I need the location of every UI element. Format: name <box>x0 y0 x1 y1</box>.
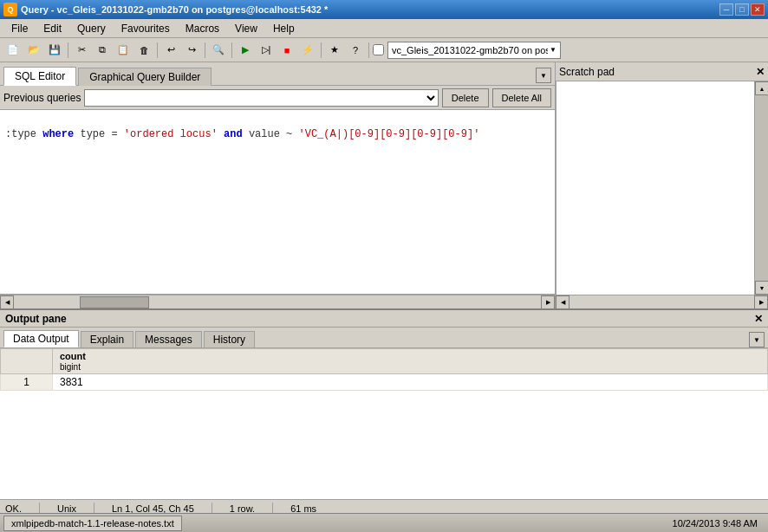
tab-sql-editor[interactable]: SQL Editor <box>3 67 76 86</box>
scratch-pad-content[interactable] <box>556 81 754 295</box>
minimize-button[interactable]: ─ <box>719 3 733 16</box>
taskbar-clock: 10/24/2013 9:48 AM <box>666 518 765 529</box>
tab-data-output[interactable]: Data Output <box>3 330 79 347</box>
app-icon: Q <box>3 3 17 16</box>
scroll-thumb[interactable] <box>80 296 149 308</box>
paste-button[interactable]: 📋 <box>114 41 133 60</box>
menu-view[interactable]: View <box>227 20 265 37</box>
menu-file[interactable]: File <box>3 20 36 37</box>
row-num-header <box>1 349 53 374</box>
menu-bar: File Edit Query Favourites Macros View H… <box>0 19 768 38</box>
status-encoding: Unix <box>57 503 76 514</box>
scroll-left-arrow[interactable]: ◀ <box>0 295 14 309</box>
menu-favourites[interactable]: Favourites <box>114 20 178 37</box>
delete-button[interactable]: Delete <box>442 88 489 107</box>
title-bar: Q Query - vc_Gleis_20131022-gmb2b70 on p… <box>0 0 768 19</box>
tab-history[interactable]: History <box>204 331 255 347</box>
right-panel: Scratch pad ✕ ▲ ▼ ◀ ▶ <box>556 62 768 308</box>
copy-button[interactable]: ⧉ <box>93 41 112 60</box>
menu-help[interactable]: Help <box>265 20 303 37</box>
clear-button[interactable]: 🗑 <box>134 41 153 60</box>
undo-button[interactable]: ↩ <box>161 41 180 60</box>
data-table-area[interactable]: count bigint 1 3831 <box>0 348 768 499</box>
cell-count-1: 3831 <box>53 374 768 391</box>
tab-graphical-query-builder[interactable]: Graphical Query Builder <box>78 68 212 86</box>
maximize-button[interactable]: □ <box>735 3 749 16</box>
col-count-type: bigint <box>60 362 81 372</box>
menu-macros[interactable]: Macros <box>178 20 227 37</box>
scroll-right-arrow[interactable]: ▶ <box>541 295 555 309</box>
status-position: Ln 1, Col 45, Ch 45 <box>112 503 194 514</box>
save-button[interactable]: 💾 <box>45 41 64 60</box>
tab-explain[interactable]: Explain <box>81 331 133 347</box>
editor-tabs-bar: SQL Editor Graphical Query Builder ▼ <box>0 62 555 86</box>
sql-op-eq: = <box>105 128 124 140</box>
toolbar-sep-2 <box>157 42 158 58</box>
previous-queries-label: Previous queries <box>3 92 81 104</box>
run-all-button[interactable]: ▷| <box>257 41 276 60</box>
tab-messages[interactable]: Messages <box>135 331 202 347</box>
sql-string-2: 'VC_(A|)[0-9][0-9][0-9][0-9]' <box>299 128 480 140</box>
scratch-h-scrollbar[interactable]: ◀ ▶ <box>556 295 768 308</box>
scratch-scroll-up[interactable]: ▲ <box>755 81 768 95</box>
taskbar: xmlpipedb-match-1.1-release-notes.txt 10… <box>0 513 768 532</box>
menu-edit[interactable]: Edit <box>36 20 69 37</box>
window-title: Query - vc_Gleis_20131022-gmb2b70 on pos… <box>21 4 328 15</box>
toolbar-sep-6 <box>368 42 369 58</box>
title-controls[interactable]: ─ □ ✕ <box>719 3 765 16</box>
output-pane-close[interactable]: ✕ <box>754 313 763 325</box>
sql-string-1: 'ordered locus' <box>124 128 218 140</box>
scratch-pad-header: Scratch pad ✕ <box>556 62 768 81</box>
delete-all-button[interactable]: Delete All <box>492 88 551 107</box>
row-num-1: 1 <box>1 374 53 391</box>
taskbar-item[interactable]: xmlpipedb-match-1.1-release-notes.txt <box>3 516 182 531</box>
run-button[interactable]: ▶ <box>236 41 255 60</box>
scratch-scroll-left[interactable]: ◀ <box>556 295 569 309</box>
scratch-scroll-track[interactable] <box>755 95 768 281</box>
sql-keyword-where: where <box>42 128 74 140</box>
sql-op-and <box>218 128 224 140</box>
open-button[interactable]: 📂 <box>24 41 43 60</box>
sql-text-type: type <box>74 128 105 140</box>
connection-dropdown-arrow[interactable]: ▼ <box>550 46 556 54</box>
sql-editor-area[interactable]: :type where type = 'ordered locus' and v… <box>0 110 555 295</box>
new-button[interactable]: 📄 <box>3 41 23 60</box>
explain-button[interactable]: ⚡ <box>298 41 317 60</box>
editor-h-scrollbar[interactable]: ◀ ▶ <box>0 295 555 308</box>
output-pane: Output pane ✕ Data Output Explain Messag… <box>0 308 768 499</box>
connection-dropdown[interactable]: vc_Gleis_20131022-gmb2b70 on postgres@lo… <box>387 42 561 59</box>
col-count: count bigint <box>53 349 768 374</box>
status-time: 61 ms <box>290 503 316 514</box>
scratch-scroll-right[interactable]: ▶ <box>754 295 768 309</box>
close-button[interactable]: ✕ <box>751 3 765 16</box>
scratch-pad-v-scrollbar[interactable]: ▲ ▼ <box>754 81 768 295</box>
sql-text-value: value ~ <box>243 128 299 140</box>
output-pane-header: Output pane ✕ <box>0 310 768 328</box>
table-row: 1 3831 <box>1 374 768 391</box>
cut-button[interactable]: ✂ <box>72 41 91 60</box>
col-count-name: count <box>60 351 86 361</box>
scratch-scroll-down[interactable]: ▼ <box>755 281 768 295</box>
toolbar-sep-5 <box>321 42 322 58</box>
scratch-scroll-track-h[interactable] <box>583 296 740 308</box>
redo-button[interactable]: ↪ <box>182 41 201 60</box>
help-button[interactable]: ? <box>346 41 365 60</box>
connection-checkbox[interactable] <box>373 44 384 55</box>
scroll-track[interactable] <box>28 296 527 308</box>
favorites-button[interactable]: ★ <box>325 41 344 60</box>
stop-button[interactable]: ■ <box>277 41 296 60</box>
output-tabs-bar: Data Output Explain Messages History ▼ <box>0 328 768 348</box>
previous-queries-dropdown[interactable] <box>84 89 438 107</box>
output-pane-title: Output pane <box>5 313 67 325</box>
output-tabs-dropdown[interactable]: ▼ <box>749 332 765 347</box>
tabs-dropdown-arrow[interactable]: ▼ <box>536 68 551 83</box>
menu-query[interactable]: Query <box>69 20 114 37</box>
main-area: SQL Editor Graphical Query Builder ▼ Pre… <box>0 62 768 308</box>
find-button[interactable]: 🔍 <box>209 41 228 60</box>
status-rows: 1 row. <box>230 503 255 514</box>
title-bar-left: Q Query - vc_Gleis_20131022-gmb2b70 on p… <box>3 3 328 16</box>
sql-content: :type where type = 'ordered locus' and v… <box>0 110 555 159</box>
toolbar-sep-1 <box>68 42 68 58</box>
toolbar-sep-3 <box>205 42 205 58</box>
scratch-pad-close[interactable]: ✕ <box>756 66 765 78</box>
